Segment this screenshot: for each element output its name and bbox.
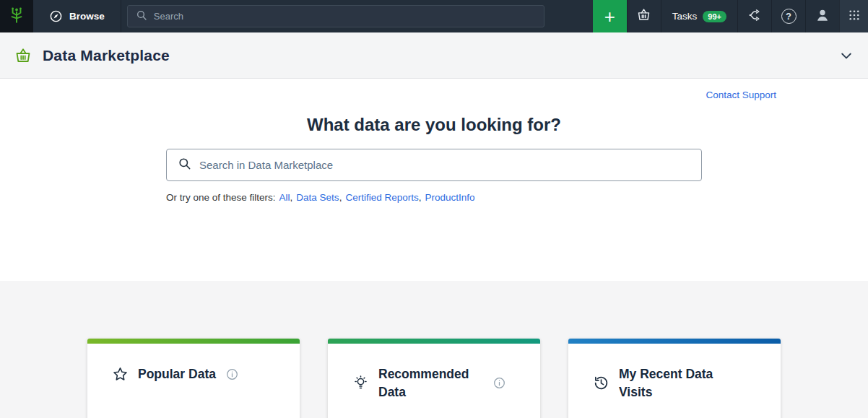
filters-label: Or try one of these filters: — [166, 192, 276, 203]
global-search[interactable] — [127, 5, 544, 27]
contact-support-link[interactable]: Contact Support — [706, 90, 776, 100]
avatar-icon — [815, 7, 830, 26]
recent-visits-card[interactable]: My Recent Data Visits — [568, 339, 781, 418]
search-icon — [136, 9, 147, 24]
marketplace-search-input[interactable] — [199, 159, 690, 171]
tasks-label: Tasks — [672, 11, 698, 22]
topbar-actions: + Tasks 99+ — [593, 0, 868, 32]
filter-link-productinfo[interactable]: ProductInfo — [425, 192, 474, 203]
global-search-input[interactable] — [154, 11, 536, 22]
tasks-count-badge: 99+ — [703, 11, 726, 22]
page-title: Data Marketplace — [43, 47, 170, 64]
filter-separator: , — [419, 192, 422, 203]
filter-separator: , — [339, 192, 342, 203]
card-accent-bar — [328, 339, 540, 344]
history-icon — [593, 375, 609, 391]
filters-row: Or try one of these filters:All,Data Set… — [166, 192, 702, 203]
app-logo[interactable] — [0, 0, 33, 32]
apps-menu-button[interactable] — [839, 0, 868, 32]
filter-link-data-sets[interactable]: Data Sets — [296, 192, 339, 203]
top-navigation-bar: Browse + Tasks 99+ — [0, 0, 868, 32]
star-icon — [112, 366, 129, 383]
recommended-data-card[interactable]: Recommended Data — [328, 339, 540, 418]
search-heading: What data are you looking for? — [0, 79, 868, 135]
workflow-arrows-icon — [747, 8, 762, 25]
popular-data-card[interactable]: Popular Data — [87, 339, 300, 418]
workflow-button[interactable] — [737, 0, 771, 32]
search-icon — [178, 157, 191, 173]
apps-grid-icon — [848, 9, 861, 25]
filter-separator: , — [290, 192, 293, 203]
card-accent-bar — [87, 339, 300, 344]
tasks-button[interactable]: Tasks 99+ — [661, 0, 737, 32]
cards-row: Popular Data Recommended Dat — [87, 281, 781, 418]
card-title: My Recent Data Visits — [619, 365, 724, 401]
filter-link-all[interactable]: All — [279, 192, 290, 203]
help-button[interactable]: ? — [771, 0, 805, 32]
app-logo-icon — [7, 6, 26, 27]
help-icon: ? — [781, 9, 797, 24]
card-accent-bar — [568, 339, 781, 344]
browse-button[interactable]: Browse — [33, 0, 121, 32]
page-header: Data Marketplace — [0, 32, 868, 79]
basket-icon — [636, 7, 651, 25]
card-title: Recommended Data — [378, 365, 483, 401]
info-icon[interactable] — [225, 367, 239, 381]
marketplace-search[interactable] — [166, 149, 702, 181]
compass-icon — [49, 9, 63, 23]
browse-label: Browse — [69, 11, 105, 22]
collapse-header-button[interactable] — [839, 48, 854, 63]
lightbulb-icon — [352, 375, 369, 391]
marketplace-basket-icon — [14, 47, 32, 64]
user-avatar[interactable] — [805, 0, 839, 32]
cards-section: Popular Data Recommended Dat — [0, 281, 868, 418]
basket-button[interactable] — [627, 0, 661, 32]
info-icon[interactable] — [492, 376, 506, 390]
marketplace-main: Contact Support What data are you lookin… — [0, 79, 868, 281]
create-button[interactable]: + — [593, 0, 627, 32]
card-title: Popular Data — [138, 365, 216, 383]
plus-icon: + — [604, 7, 615, 26]
filter-link-certified-reports[interactable]: Certified Reports — [345, 192, 418, 203]
